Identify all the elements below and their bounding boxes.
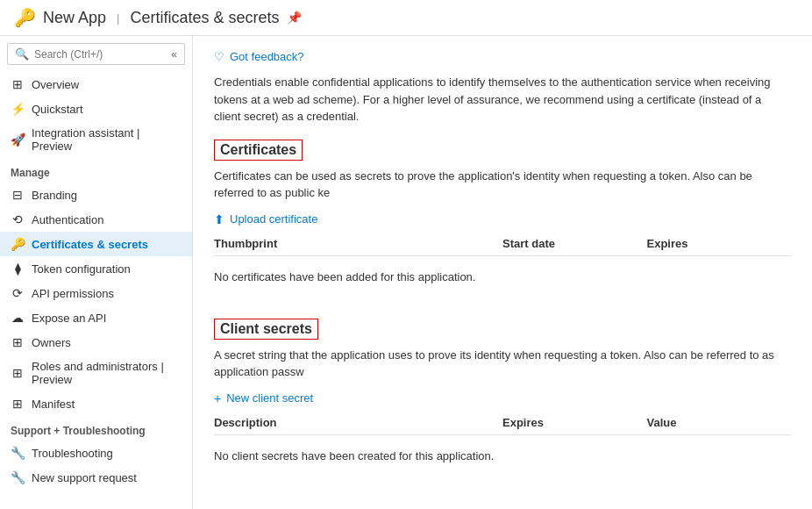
client-secrets-empty-message: No client secrets have been created for …: [214, 439, 791, 473]
client-secrets-title: Client secrets: [214, 319, 318, 340]
col-expires: Expires: [647, 237, 792, 250]
expose-api-icon: ☁: [11, 311, 25, 325]
quickstart-icon: ⚡: [11, 102, 25, 116]
certificates-title: Certificates: [214, 140, 303, 161]
owners-icon: ⊞: [11, 335, 25, 349]
sidebar-item-branding[interactable]: ⊟ Branding: [0, 183, 192, 207]
upload-certificate-button[interactable]: ⬆ Upload certificate: [214, 212, 791, 226]
sidebar-item-authentication[interactable]: ⟲ Authentication: [0, 207, 192, 232]
sidebar-item-label: Troubleshooting: [32, 447, 113, 460]
upload-icon: ⬆: [214, 212, 224, 226]
sidebar-item-troubleshooting[interactable]: 🔧 Troubleshooting: [0, 441, 192, 465]
api-icon: ⟳: [11, 286, 25, 300]
heart-icon: ♡: [214, 50, 224, 63]
token-icon: ⧫: [11, 262, 25, 276]
sidebar-item-api-permissions[interactable]: ⟳ API permissions: [0, 281, 192, 305]
collapse-icon[interactable]: «: [171, 48, 177, 61]
search-icon: 🔍: [15, 47, 29, 61]
sidebar-item-certificates-secrets[interactable]: 🔑 Certificates & secrets: [0, 232, 192, 256]
header-separator: |: [117, 11, 119, 25]
sidebar-item-label: Overview: [32, 78, 79, 91]
sidebar-item-label: New support request: [32, 471, 137, 484]
overview-icon: ⊞: [11, 77, 25, 91]
sidebar-item-label: Owners: [32, 336, 71, 349]
col-thumbprint: Thumbprint: [214, 237, 502, 250]
sidebar-item-label: Branding: [32, 189, 77, 202]
manifest-icon: ⊞: [11, 397, 25, 411]
certificates-icon: 🔑: [11, 237, 25, 251]
feedback-label: Got feedback?: [230, 50, 304, 63]
sidebar-item-manifest[interactable]: ⊞ Manifest: [0, 391, 192, 416]
client-secrets-section: Client secrets A secret string that the …: [214, 319, 791, 473]
search-box[interactable]: 🔍 «: [7, 43, 185, 65]
body-container: 🔍 « ⊞ Overview ⚡ Quickstart 🚀 Integratio…: [0, 36, 812, 509]
app-name: New App: [43, 9, 106, 27]
certificates-empty-message: No certificates have been added for this…: [214, 260, 791, 294]
col-description: Description: [214, 416, 502, 429]
main-content: ♡ Got feedback? Credentials enable confi…: [193, 36, 812, 509]
support-section-label: Support + Troubleshooting: [0, 416, 192, 441]
col-start-date: Start date: [502, 237, 647, 250]
branding-icon: ⊟: [11, 188, 25, 202]
sidebar-item-label: Roles and administrators | Preview: [32, 360, 182, 386]
sidebar-item-roles-administrators[interactable]: ⊞ Roles and administrators | Preview: [0, 355, 192, 391]
certificates-table-header: Thumbprint Start date Expires: [214, 237, 791, 256]
sidebar-item-expose-api[interactable]: ☁ Expose an API: [0, 305, 192, 330]
sidebar-item-label: Integration assistant | Preview: [32, 126, 182, 153]
troubleshooting-icon: 🔧: [11, 446, 25, 460]
sidebar-item-label: API permissions: [32, 287, 114, 300]
certificates-description: Certificates can be used as secrets to p…: [214, 168, 791, 202]
new-support-icon: 🔧: [11, 470, 25, 484]
new-client-secret-label: New client secret: [226, 391, 313, 405]
certificates-section: Certificates Certificates can be used as…: [214, 140, 791, 294]
sidebar-item-integration-assistant[interactable]: 🚀 Integration assistant | Preview: [0, 121, 192, 158]
authentication-icon: ⟲: [11, 212, 25, 226]
client-secrets-table-header: Description Expires Value: [214, 416, 791, 435]
client-secrets-description: A secret string that the application use…: [214, 347, 791, 381]
integration-icon: 🚀: [11, 133, 25, 147]
sidebar-item-token-configuration[interactable]: ⧫ Token configuration: [0, 256, 192, 281]
col-value: Value: [647, 416, 792, 429]
sidebar-item-new-support-request[interactable]: 🔧 New support request: [0, 465, 192, 490]
pin-icon[interactable]: 📌: [287, 11, 302, 25]
main-description: Credentials enable confidential applicat…: [214, 74, 791, 125]
col-expires: Expires: [502, 416, 647, 429]
app-icon: 🔑: [14, 7, 36, 28]
new-client-secret-button[interactable]: + New client secret: [214, 391, 791, 405]
sidebar-item-label: Token configuration: [32, 262, 131, 276]
page-title: Certificates & secrets: [130, 9, 279, 27]
feedback-bar[interactable]: ♡ Got feedback?: [214, 50, 791, 63]
sidebar-item-label: Manifest: [32, 398, 75, 411]
app-header: 🔑 New App | Certificates & secrets 📌: [0, 0, 812, 36]
sidebar-item-label: Certificates & secrets: [32, 238, 148, 251]
roles-icon: ⊞: [11, 366, 25, 380]
sidebar-item-label: Expose an API: [32, 312, 106, 325]
sidebar: 🔍 « ⊞ Overview ⚡ Quickstart 🚀 Integratio…: [0, 36, 193, 509]
sidebar-item-owners[interactable]: ⊞ Owners: [0, 330, 192, 355]
manage-section-label: Manage: [0, 158, 192, 183]
sidebar-item-quickstart[interactable]: ⚡ Quickstart: [0, 97, 192, 121]
sidebar-item-label: Authentication: [32, 213, 103, 226]
plus-icon: +: [214, 391, 221, 405]
sidebar-item-label: Quickstart: [32, 103, 83, 116]
search-input[interactable]: [34, 48, 166, 61]
upload-certificate-label: Upload certificate: [230, 212, 317, 226]
sidebar-item-overview[interactable]: ⊞ Overview: [0, 72, 192, 97]
